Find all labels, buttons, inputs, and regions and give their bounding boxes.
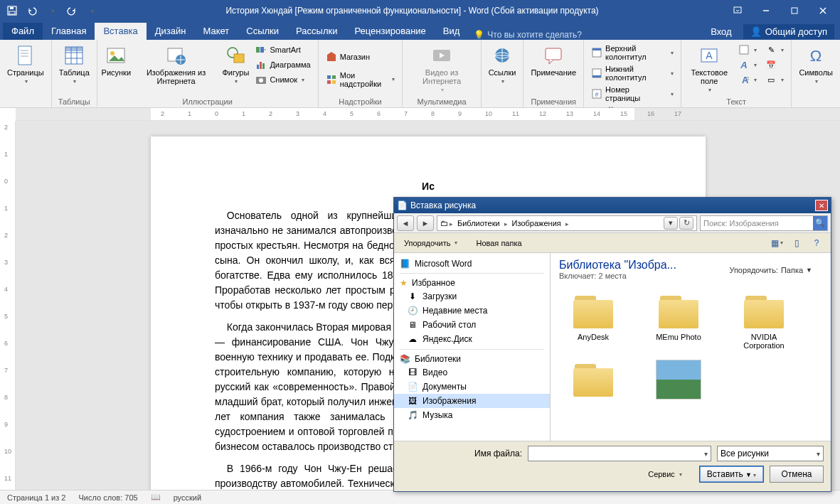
proofing-icon[interactable]: 📖 xyxy=(151,493,161,502)
dialog-titlebar[interactable]: 📄 Вставка рисунка ✕ xyxy=(394,198,831,213)
docs-icon: 📄 xyxy=(407,381,418,392)
svg-rect-32 xyxy=(327,75,331,79)
tree-downloads[interactable]: ⬇Загрузки xyxy=(394,289,550,304)
video-icon xyxy=(430,44,453,67)
crumb-root[interactable]: Библиотеки xyxy=(454,219,503,227)
screenshot-button[interactable]: Снимок xyxy=(252,73,313,87)
online-pictures-button[interactable]: Изображения из Интернета xyxy=(134,43,219,96)
page-indicator[interactable]: Страница 1 из 2 xyxy=(7,493,65,502)
dialog-close-button[interactable]: ✕ xyxy=(815,200,828,211)
myaddins-button[interactable]: Мои надстройки xyxy=(323,70,398,90)
tree-desktop[interactable]: 🖥Рабочий стол xyxy=(394,318,550,332)
folder-item[interactable]: MEmu Photo xyxy=(643,289,714,353)
breadcrumb[interactable]: 🗀 Библиотеки Изображения ▾↻ xyxy=(437,215,697,231)
image-item[interactable] xyxy=(643,357,714,402)
tab-file[interactable]: Файл xyxy=(3,23,43,40)
folder-grid[interactable]: AnyDesk MEmu Photo NVIDIA Corporation xyxy=(551,283,831,441)
tab-insert[interactable]: Вставка xyxy=(95,23,146,40)
svg-rect-26 xyxy=(257,65,259,69)
view-button[interactable]: ▦ xyxy=(770,236,784,250)
pagenum-button[interactable]: #Номер страницы xyxy=(588,84,676,104)
tab-layout[interactable]: Макет xyxy=(194,23,238,40)
qat-customize[interactable] xyxy=(83,2,101,19)
ruler-vertical[interactable]: 21012345678910111213 xyxy=(0,121,16,490)
back-button[interactable]: ◄ xyxy=(397,215,414,231)
tree-favorites[interactable]: ★Избранное xyxy=(394,277,550,289)
pictures-button[interactable]: Рисунки xyxy=(102,43,131,96)
footer-button[interactable]: Нижний колонтитул xyxy=(588,63,676,83)
breadcrumb-dropdown[interactable]: ▾ xyxy=(664,217,678,230)
filter-combo[interactable]: Все рисунки xyxy=(717,446,824,461)
store-button[interactable]: Магазин xyxy=(323,50,398,64)
crumb-current[interactable]: Изображения xyxy=(509,219,564,227)
symbols-button[interactable]: Ω Символы xyxy=(796,43,836,96)
header-button[interactable]: Верхний колонтитул xyxy=(588,43,676,63)
minimize-button[interactable] xyxy=(752,1,780,21)
comment-button[interactable]: Примечание xyxy=(528,43,579,96)
close-button[interactable] xyxy=(809,1,837,21)
tree-yandex[interactable]: ☁Яндекс.Диск xyxy=(394,332,550,346)
share-button[interactable]: 👤 Общий доступ xyxy=(743,24,834,39)
tell-me-search[interactable]: 💡 Что вы хотите сделать? xyxy=(468,30,588,40)
wordart-button[interactable]: A xyxy=(735,58,760,72)
undo-button[interactable] xyxy=(23,2,41,19)
service-button[interactable]: Сервис xyxy=(645,468,685,480)
textbox-button[interactable]: A Текстовое поле xyxy=(686,43,733,96)
signature-icon: ✎ xyxy=(765,44,777,55)
dropcap-button[interactable]: A xyxy=(735,73,760,87)
folder-item[interactable]: AnyDesk xyxy=(558,289,629,353)
tab-design[interactable]: Дизайн xyxy=(147,23,195,40)
save-button[interactable] xyxy=(3,2,21,19)
tree-images[interactable]: 🖼Изображения xyxy=(394,394,550,408)
signature-button[interactable]: ✎ xyxy=(762,43,787,57)
cancel-button[interactable]: Отмена xyxy=(770,466,824,483)
chart-button[interactable]: Диаграмма xyxy=(252,58,313,72)
maximize-button[interactable] xyxy=(780,1,809,21)
tab-references[interactable]: Ссылки xyxy=(238,23,287,40)
refresh-button[interactable]: ↻ xyxy=(679,217,693,230)
video-button[interactable]: Видео из Интернета xyxy=(407,43,476,96)
tree-recent[interactable]: 🕘Недавние места xyxy=(394,304,550,318)
links-button[interactable]: Ссылки xyxy=(486,43,519,96)
tab-home[interactable]: Главная xyxy=(43,23,95,40)
forward-button[interactable]: ► xyxy=(417,215,434,231)
folder-item[interactable]: NVIDIA Corporation xyxy=(728,289,799,353)
tree-documents[interactable]: 📄Документы xyxy=(394,380,550,394)
insert-button[interactable]: Вставить ▼ xyxy=(699,466,764,483)
newfolder-button[interactable]: Новая папка xyxy=(473,237,524,249)
object-button[interactable]: ▭ xyxy=(762,73,787,87)
tree-libraries[interactable]: 📚Библиотеки xyxy=(394,353,550,365)
word-count[interactable]: Число слов: 705 xyxy=(78,493,137,502)
redo-button[interactable] xyxy=(63,2,81,19)
smartart-button[interactable]: SmartArt xyxy=(252,43,313,57)
sort-control[interactable]: Упорядочить: Папка ▼ xyxy=(729,266,812,274)
camera-icon xyxy=(255,74,267,85)
quickparts-button[interactable] xyxy=(735,43,760,57)
table-button[interactable]: Таблица xyxy=(56,43,92,96)
folder-tree[interactable]: 📘Microsoft Word ★Избранное ⬇Загрузки 🕘Не… xyxy=(394,253,551,441)
tree-word[interactable]: 📘Microsoft Word xyxy=(394,257,550,270)
language-indicator[interactable]: русский xyxy=(174,493,201,502)
ruler-horizontal[interactable]: 2101234567891011121314151617 xyxy=(16,108,840,121)
group-pages: Страницы Страницы xyxy=(0,40,52,107)
undo-dropdown[interactable] xyxy=(43,2,61,19)
datetime-button[interactable]: 📅 xyxy=(762,58,787,72)
help-button[interactable]: ? xyxy=(809,236,824,250)
filename-combo[interactable] xyxy=(528,446,711,461)
tab-mailings[interactable]: Рассылки xyxy=(287,23,346,40)
tab-review[interactable]: Рецензирование xyxy=(346,23,434,40)
organize-button[interactable]: Упорядочить xyxy=(401,237,460,249)
signin-link[interactable]: Вход xyxy=(705,23,737,40)
group-addins-label: Надстройки xyxy=(339,96,381,106)
folder-item[interactable] xyxy=(558,357,629,402)
shapes-button[interactable]: Фигуры xyxy=(221,43,250,96)
ribbon-options-button[interactable] xyxy=(723,1,752,21)
tree-video[interactable]: 🎞Видео xyxy=(394,365,550,380)
pages-button[interactable]: Страницы xyxy=(4,43,47,96)
tree-music[interactable]: 🎵Музыка xyxy=(394,408,550,422)
preview-button[interactable]: ▯ xyxy=(790,236,804,250)
search-box[interactable]: Поиск: Изображения 🔍 xyxy=(700,215,828,231)
search-icon[interactable]: 🔍 xyxy=(813,216,827,230)
tab-view[interactable]: Вид xyxy=(435,23,469,40)
dialog-title: Вставка рисунка xyxy=(410,200,476,210)
